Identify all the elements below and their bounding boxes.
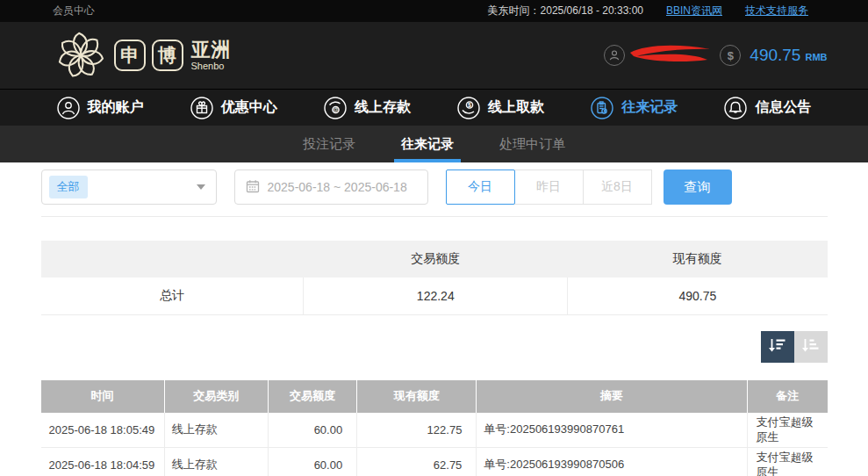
records-header-time: 时间 bbox=[41, 380, 165, 413]
divider bbox=[41, 216, 828, 217]
record-summary: 单号:202506193990870761 bbox=[477, 413, 747, 448]
logo-char-bo: 博 bbox=[152, 40, 183, 71]
nav-item-my-account[interactable]: 我的账户 bbox=[57, 97, 144, 119]
record-note: 支付宝超级原生 bbox=[747, 447, 827, 476]
nav-item-promotions[interactable]: 优惠中心 bbox=[190, 97, 277, 119]
tab-bet-records[interactable]: 投注记录 bbox=[296, 126, 362, 162]
summary-header-empty bbox=[41, 241, 304, 278]
logo-region-label: 亚洲 bbox=[191, 40, 232, 60]
sort-ascending-button[interactable] bbox=[794, 331, 828, 363]
date-range-input[interactable]: 2025-06-18 ~ 2025-06-18 bbox=[234, 169, 428, 205]
record-amount: 60.00 bbox=[268, 447, 356, 476]
content: 全部 2025-06-18 ~ 2025-06-18 今日 昨日 近8日 查询 bbox=[41, 169, 828, 476]
record-type: 线上存款 bbox=[164, 447, 268, 476]
user-avatar-icon[interactable] bbox=[604, 45, 625, 66]
sort-controls bbox=[41, 331, 828, 363]
record-time: 2025-06-18 18:05:49 bbox=[41, 413, 165, 448]
logo-sub-label: Shenbo bbox=[191, 61, 232, 71]
nav-item-transactions[interactable]: 往来记录 bbox=[591, 97, 678, 119]
balance-amount: 490.75 bbox=[750, 46, 800, 65]
summary-header-balance: 现有额度 bbox=[568, 241, 828, 278]
tech-support-link[interactable]: 技术支持服务 bbox=[745, 4, 808, 18]
topbar-right: 美东时间：2025/06/18 - 20:33:00 BBIN资讯网 技术支持服… bbox=[488, 4, 808, 18]
redaction-scribble bbox=[628, 42, 714, 69]
nav-item-announcements[interactable]: 信息公告 bbox=[724, 97, 811, 119]
nav-label: 往来记录 bbox=[621, 98, 678, 117]
logo-char-shen: 申 bbox=[114, 40, 146, 71]
gift-icon bbox=[190, 97, 213, 119]
records-header-amount: 交易额度 bbox=[268, 380, 356, 413]
quick-range-group: 今日 昨日 近8日 bbox=[446, 169, 652, 205]
withdraw-icon: $ bbox=[457, 97, 480, 119]
type-select[interactable]: 全部 bbox=[41, 169, 217, 205]
topbar: 会员中心 美东时间：2025/06/18 - 20:33:00 BBIN资讯网 … bbox=[0, 0, 868, 22]
query-button[interactable]: 查询 bbox=[664, 169, 732, 205]
nav-label: 优惠中心 bbox=[221, 98, 277, 117]
quick-range-yesterday-button[interactable]: 昨日 bbox=[514, 169, 584, 205]
summary-total-balance: 490.75 bbox=[568, 278, 828, 314]
records-header-note: 备注 bbox=[747, 380, 827, 413]
nav-item-deposit[interactable]: @ 线上存款 bbox=[324, 97, 411, 119]
quick-range-8days-button[interactable]: 近8日 bbox=[583, 169, 652, 205]
record-note: 支付宝超级原生 bbox=[747, 413, 827, 448]
summary-total-amount: 122.24 bbox=[304, 278, 568, 314]
record-amount: 60.00 bbox=[268, 413, 356, 448]
summary-header-row: 交易额度 现有额度 bbox=[41, 241, 828, 278]
eastern-time-label: 美东时间：2025/06/18 - 20:33:00 bbox=[488, 4, 643, 18]
records-header-balance: 现有额度 bbox=[357, 380, 477, 413]
member-center-link[interactable]: 会员中心 bbox=[53, 4, 95, 18]
quick-range-today-button[interactable]: 今日 bbox=[446, 169, 515, 205]
chevron-down-icon bbox=[197, 184, 205, 190]
deposit-icon: @ bbox=[324, 97, 347, 119]
record-balance: 62.75 bbox=[357, 447, 477, 476]
type-selected-tag: 全部 bbox=[49, 176, 88, 198]
calendar-icon bbox=[246, 179, 260, 196]
account-area: $ 490.75 RMB bbox=[604, 42, 827, 69]
sort-ascending-icon bbox=[801, 336, 820, 357]
nav-label: 信息公告 bbox=[755, 98, 811, 117]
record-time: 2025-06-18 18:04:59 bbox=[41, 447, 165, 476]
records-header-row: 时间 交易类别 交易额度 现有额度 摘要 备注 bbox=[41, 380, 828, 413]
nav-label: 线上存款 bbox=[355, 98, 411, 117]
record-balance: 122.75 bbox=[357, 413, 477, 448]
date-range-value: 2025-06-18 ~ 2025-06-18 bbox=[268, 180, 407, 194]
subnav: 投注记录 往来记录 处理中订单 bbox=[0, 126, 868, 162]
svg-text:$: $ bbox=[468, 101, 471, 108]
sort-descending-icon bbox=[768, 336, 786, 357]
record-type: 线上存款 bbox=[164, 413, 268, 448]
balance-currency: RMB bbox=[805, 52, 827, 62]
summary-total-label: 总计 bbox=[41, 278, 304, 314]
bbin-news-link[interactable]: BBIN资讯网 bbox=[666, 4, 722, 18]
nav-label: 线上取款 bbox=[488, 98, 544, 117]
bell-icon bbox=[724, 97, 747, 119]
flower-logo-icon bbox=[54, 28, 108, 83]
records-icon bbox=[591, 97, 613, 119]
tab-pending-orders[interactable]: 处理中订单 bbox=[492, 126, 572, 162]
site-logo[interactable]: 申 博 亚洲 Shenbo bbox=[54, 28, 232, 83]
records-header-summary: 摘要 bbox=[477, 380, 747, 413]
records-header-type: 交易类别 bbox=[164, 380, 268, 413]
dollar-sign: $ bbox=[728, 49, 734, 62]
record-summary: 单号:202506193990870506 bbox=[477, 447, 747, 476]
nav-label: 我的账户 bbox=[88, 98, 144, 117]
currency-icon: $ bbox=[720, 45, 741, 66]
summary-total-row: 总计 122.24 490.75 bbox=[41, 278, 828, 314]
summary-header-amount: 交易额度 bbox=[304, 241, 568, 278]
header: 申 博 亚洲 Shenbo $ 490.75 bbox=[0, 22, 868, 89]
sort-descending-button[interactable] bbox=[761, 331, 794, 363]
nav-item-withdraw[interactable]: $ 线上取款 bbox=[457, 97, 544, 119]
user-icon bbox=[57, 97, 80, 119]
svg-text:@: @ bbox=[333, 106, 338, 112]
tab-transaction-records[interactable]: 往来记录 bbox=[394, 126, 461, 162]
table-row: 2025-06-18 18:04:59 线上存款 60.00 62.75 单号:… bbox=[41, 447, 828, 476]
filter-bar: 全部 2025-06-18 ~ 2025-06-18 今日 昨日 近8日 查询 bbox=[41, 169, 828, 205]
main-nav: 我的账户 优惠中心 @ bbox=[0, 89, 868, 126]
records-table: 时间 交易类别 交易额度 现有额度 摘要 备注 2025-06-18 18:05… bbox=[41, 380, 828, 476]
table-row: 2025-06-18 18:05:49 线上存款 60.00 122.75 单号… bbox=[41, 413, 828, 448]
summary-table: 交易额度 现有额度 总计 122.24 490.75 bbox=[41, 241, 828, 315]
